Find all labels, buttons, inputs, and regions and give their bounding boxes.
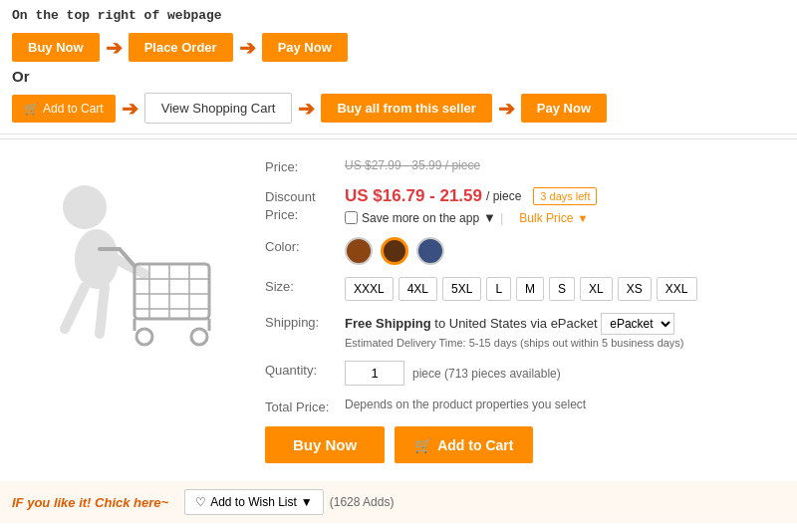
bulk-price-link[interactable]: Bulk Price bbox=[519, 211, 573, 225]
action-buttons: Buy Now 🛒 Add to Cart bbox=[265, 426, 781, 463]
product-image-area bbox=[0, 149, 249, 471]
pay-now-button-1[interactable]: Pay Now bbox=[262, 33, 348, 62]
svg-line-3 bbox=[65, 287, 85, 329]
total-price-row: Total Price: Depends on the product prop… bbox=[265, 398, 781, 414]
bulk-price-dropdown-icon: ▼ bbox=[577, 212, 588, 224]
quantity-row: Quantity: piece (713 pieces available) bbox=[265, 361, 781, 386]
product-image bbox=[25, 159, 224, 359]
size-label: Size: bbox=[265, 277, 345, 294]
shipping-row: Shipping: Free Shipping to United States… bbox=[265, 313, 781, 349]
total-price-value: Depends on the product properties you se… bbox=[345, 398, 781, 411]
shipping-value: Free Shipping to United States via ePack… bbox=[345, 313, 781, 349]
arrow-icon-3: ➔ bbox=[122, 97, 138, 121]
heart-icon: ♡ bbox=[195, 495, 206, 509]
add-to-wishlist-button[interactable]: ♡ Add to Wish List ▼ bbox=[184, 489, 324, 515]
section-divider bbox=[0, 133, 797, 134]
wishlist-dropdown-icon: ▼ bbox=[301, 495, 313, 509]
flow-row-1: Buy Now ➔ Place Order ➔ Pay Now bbox=[0, 27, 797, 68]
size-button-m[interactable]: M bbox=[516, 277, 544, 301]
days-left-badge: 3 days left bbox=[533, 187, 597, 205]
quantity-input[interactable] bbox=[345, 361, 404, 386]
arrow-icon-4: ➔ bbox=[298, 97, 315, 121]
wishlist-count: (1628 Adds) bbox=[330, 495, 395, 509]
view-shopping-cart-button[interactable]: View Shopping Cart bbox=[144, 93, 293, 124]
product-section: Price: US $27.99 - 35.99 / piece Discoun… bbox=[0, 138, 797, 481]
buy-now-button-1[interactable]: Buy Now bbox=[12, 33, 100, 62]
discount-price-row: Discount Price: US $16.79 - 21.59 / piec… bbox=[265, 186, 781, 225]
size-button-5xl[interactable]: 5XL bbox=[442, 277, 481, 301]
total-price-label: Total Price: bbox=[265, 398, 345, 414]
quantity-value-area: piece (713 pieces available) bbox=[345, 361, 781, 386]
size-button-s[interactable]: S bbox=[549, 277, 575, 301]
price-unit: / piece bbox=[486, 189, 521, 203]
wishlist-prompt: IF you like it! Chick here~ bbox=[12, 495, 168, 510]
svg-point-16 bbox=[136, 329, 152, 345]
save-more-dropdown-icon: ▼ bbox=[483, 210, 496, 225]
discount-label: Discount Price: bbox=[265, 186, 345, 224]
price-label: Price: bbox=[265, 157, 345, 174]
color-label: Color: bbox=[265, 237, 345, 254]
shipping-free-text: Free Shipping bbox=[345, 316, 431, 331]
quantity-label: Quantity: bbox=[265, 361, 345, 378]
shipping-delivery-text: Estimated Delivery Time: 5-15 days (ship… bbox=[345, 337, 781, 349]
flow-row-2: 🛒 Add to Cart ➔ View Shopping Cart ➔ Buy… bbox=[0, 87, 797, 130]
place-order-button[interactable]: Place Order bbox=[129, 33, 233, 62]
save-more-text: Save more on the app bbox=[362, 211, 479, 225]
arrow-icon-1: ➔ bbox=[106, 36, 123, 60]
size-button-l[interactable]: L bbox=[486, 277, 511, 301]
or-label: Or bbox=[0, 68, 797, 87]
buy-all-from-seller-button[interactable]: Buy all from this seller bbox=[321, 94, 491, 123]
color-swatch-3[interactable] bbox=[416, 237, 444, 265]
quantity-available: piece (713 pieces available) bbox=[412, 367, 561, 381]
price-value: US $27.99 - 35.99 / piece bbox=[345, 157, 781, 172]
wishlist-row: IF you like it! Chick here~ ♡ Add to Wis… bbox=[0, 481, 797, 523]
add-to-cart-button-large[interactable]: 🛒 Add to Cart bbox=[395, 426, 533, 463]
product-details: Price: US $27.99 - 35.99 / piece Discoun… bbox=[249, 149, 797, 471]
cart-icon-large: 🛒 bbox=[414, 437, 431, 453]
svg-point-17 bbox=[191, 329, 207, 345]
shipping-to-text: to United States via ePacket bbox=[434, 316, 597, 331]
save-more-checkbox[interactable] bbox=[345, 211, 358, 224]
arrow-icon-5: ➔ bbox=[498, 97, 515, 121]
price-row: Price: US $27.99 - 35.99 / piece bbox=[265, 157, 781, 174]
color-swatches bbox=[345, 237, 781, 265]
svg-point-0 bbox=[63, 185, 107, 229]
add-to-cart-button-small[interactable]: 🛒 Add to Cart bbox=[12, 95, 116, 123]
arrow-icon-2: ➔ bbox=[239, 36, 256, 60]
instruction-text: On the top right of webpage bbox=[0, 0, 797, 27]
buy-now-button-large[interactable]: Buy Now bbox=[265, 426, 385, 463]
size-button-xs[interactable]: XS bbox=[618, 277, 652, 301]
size-button-xxl[interactable]: XXL bbox=[657, 277, 697, 301]
size-button-xxxl[interactable]: XXXL bbox=[345, 277, 394, 301]
shipping-select[interactable]: ePacket bbox=[601, 313, 674, 335]
pay-now-button-2[interactable]: Pay Now bbox=[521, 94, 607, 123]
discount-value: US $16.79 - 21.59 / piece 3 days left Sa… bbox=[345, 186, 781, 225]
size-button-4xl[interactable]: 4XL bbox=[398, 277, 437, 301]
shipping-label: Shipping: bbox=[265, 313, 345, 330]
size-buttons: XXXL4XL5XLLMSXLXSXXL bbox=[345, 277, 781, 301]
price-original: US $27.99 - 35.99 / piece bbox=[345, 158, 480, 172]
size-row: Size: XXXL4XL5XLLMSXLXSXXL bbox=[265, 277, 781, 301]
save-more-row: Save more on the app ▼ | Bulk Price ▼ bbox=[345, 210, 781, 225]
color-swatch-2[interactable] bbox=[381, 237, 408, 265]
color-swatch-1[interactable] bbox=[345, 237, 373, 265]
price-discount-amount: US $16.79 - 21.59 bbox=[345, 186, 482, 206]
color-row: Color: bbox=[265, 237, 781, 265]
svg-line-4 bbox=[100, 287, 105, 334]
cart-icon-small: 🛒 bbox=[24, 102, 39, 116]
size-button-xl[interactable]: XL bbox=[580, 277, 613, 301]
shipping-info: Free Shipping to United States via ePack… bbox=[345, 313, 781, 335]
